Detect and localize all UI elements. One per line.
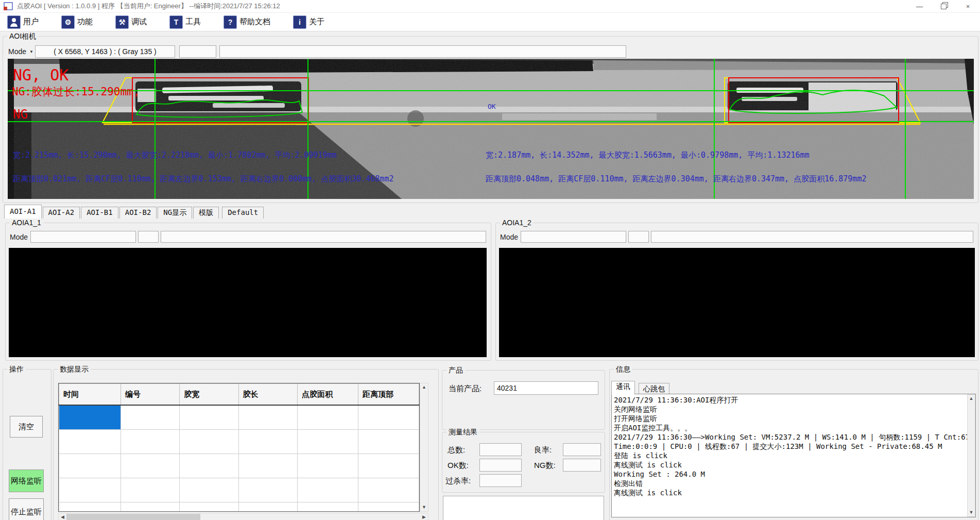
log-line: 打开网络监听 bbox=[614, 414, 965, 423]
title-bar: 点胶AOI [ Version : 1.0.0.9 ] 程序 【当前用户: En… bbox=[0, 0, 980, 13]
right-measure-line2: 距离顶部0.048mm, 距离CF层0.110mm, 距离左边界0.304mm,… bbox=[486, 174, 866, 184]
data-display-group-label: 数据显示 bbox=[58, 365, 91, 374]
clear-button[interactable]: 清空 bbox=[10, 416, 43, 438]
log-line: 离线测试 is click bbox=[614, 488, 965, 497]
table-row[interactable] bbox=[59, 454, 419, 478]
data-display-group: 数据显示 时间 编号 胶宽 胶长 点胶面积 距离顶部 bbox=[53, 369, 439, 520]
yield-field[interactable] bbox=[563, 443, 601, 456]
log-line: 关闭网络监听 bbox=[614, 405, 965, 414]
camera-group: AOI相机 Mode ▼ ( X 6568, Y 1463 ) : ( Gray… bbox=[3, 36, 978, 203]
ng-count-field[interactable] bbox=[563, 459, 601, 472]
total-label: 总数: bbox=[448, 445, 465, 455]
log-line: 离线测试 is click bbox=[614, 460, 965, 469]
menu-about[interactable]: i 关于 bbox=[293, 15, 324, 29]
camera-mode-dropdown[interactable]: Mode ▼ bbox=[8, 47, 33, 56]
scroll-down-icon[interactable]: ▼ bbox=[420, 504, 428, 511]
hscroll-thumb[interactable] bbox=[66, 514, 200, 520]
right-measure-line1: 宽:2.187mm, 长:14.352mm, 最大胶宽:1.5663mm, 最小… bbox=[486, 150, 810, 160]
aoia1-2-field-3[interactable] bbox=[651, 231, 973, 243]
col-glue-length[interactable]: 胶长 bbox=[238, 384, 297, 406]
main-toolbar: 用户 ⚙ 功能 ⚒ 调试 T 工具 ? 帮助文档 i 关于 bbox=[0, 13, 980, 31]
aoia1-2-group: AOIA1_2 Mode ▼ bbox=[495, 223, 978, 361]
current-product-field[interactable]: 40231 bbox=[494, 381, 598, 395]
operation-group-label: 操作 bbox=[7, 365, 26, 374]
scroll-down-icon[interactable]: ▼ bbox=[968, 509, 975, 516]
aoia1-2-field-2[interactable] bbox=[628, 231, 649, 243]
camera-pixel-readout[interactable]: ( X 6568, Y 1463 ) : ( Gray 135 ) bbox=[35, 45, 175, 58]
ok-label: OK bbox=[488, 103, 496, 110]
col-top-distance[interactable]: 距离顶部 bbox=[358, 384, 419, 406]
data-table[interactable]: 时间 编号 胶宽 胶长 点胶面积 距离顶部 bbox=[58, 383, 420, 512]
log-line: Time:0:0:9 | CPU:0 | 线程数:67 | 提交大小:123M … bbox=[614, 442, 965, 451]
close-button[interactable]: × bbox=[956, 0, 980, 12]
log-line: 登陆 is click bbox=[614, 451, 965, 460]
total-field[interactable] bbox=[479, 443, 522, 456]
close-icon: × bbox=[966, 3, 970, 10]
col-time[interactable]: 时间 bbox=[59, 384, 121, 406]
camera-param-field-2[interactable] bbox=[219, 45, 626, 58]
col-glue-area[interactable]: 点胶面积 bbox=[297, 384, 358, 406]
aoia1-1-field-2[interactable] bbox=[138, 231, 159, 243]
table-hscrollbar[interactable]: ◀ ▶ bbox=[58, 513, 428, 520]
tab-template[interactable]: 模版 bbox=[193, 207, 219, 219]
network-listen-button[interactable]: 网络监听 bbox=[9, 469, 44, 492]
scroll-left-icon[interactable]: ◀ bbox=[59, 513, 66, 520]
table-row[interactable] bbox=[59, 405, 419, 430]
menu-function[interactable]: ⚙ 功能 bbox=[61, 15, 93, 29]
col-glue-width[interactable]: 胶宽 bbox=[180, 384, 238, 406]
overkill-field[interactable] bbox=[479, 474, 522, 487]
log-scrollbar[interactable]: ▲ ▼ bbox=[967, 394, 975, 517]
camera-mode-label: Mode bbox=[8, 47, 26, 56]
table-row[interactable] bbox=[59, 478, 419, 502]
col-serial[interactable]: 编号 bbox=[121, 384, 179, 406]
camera-image[interactable]: NG, OK NG:胶体过长:15.290mm, NG OK 宽:2.215mm… bbox=[8, 59, 974, 199]
table-vscrollbar[interactable]: ▲ ▼ bbox=[420, 383, 428, 512]
log-line: 2021/7/29 11:36:30:AOI程序打开 bbox=[614, 395, 965, 405]
scroll-up-icon[interactable]: ▲ bbox=[968, 395, 975, 402]
tab-aoi-a1[interactable]: AOI-A1 bbox=[4, 205, 42, 219]
menu-user[interactable]: 用户 bbox=[7, 15, 39, 29]
product-group-label: 产品 bbox=[446, 366, 465, 375]
tab-default[interactable]: Default bbox=[222, 207, 264, 219]
tab-heartbeat[interactable]: 心跳包 bbox=[639, 383, 669, 395]
measure-group: 测量结果 总数: 良率: OK数: NG数: 过杀率: bbox=[442, 432, 605, 493]
user-icon bbox=[7, 15, 21, 29]
minimize-button[interactable]: — bbox=[907, 0, 932, 12]
scroll-up-icon[interactable]: ▲ bbox=[420, 383, 428, 391]
selected-cell[interactable] bbox=[59, 405, 121, 430]
tab-comm[interactable]: 通讯 bbox=[611, 381, 635, 395]
menu-about-label: 关于 bbox=[309, 17, 324, 27]
tab-ng-display[interactable]: NG显示 bbox=[158, 207, 192, 219]
camera-param-field-1[interactable] bbox=[179, 45, 216, 58]
aoia1-2-field-1[interactable] bbox=[521, 231, 626, 243]
aoia1-1-display[interactable] bbox=[9, 248, 487, 357]
aoia1-2-display[interactable] bbox=[499, 248, 975, 357]
about-icon: i bbox=[293, 15, 306, 29]
tab-aoi-b1[interactable]: AOI-B1 bbox=[81, 207, 118, 219]
ok-count-field[interactable] bbox=[479, 459, 522, 472]
result-note-box[interactable] bbox=[443, 496, 604, 520]
tab-aoi-a2[interactable]: AOI-A2 bbox=[43, 207, 80, 219]
aoia1-1-field-1[interactable] bbox=[30, 231, 136, 243]
table-row[interactable] bbox=[59, 502, 419, 512]
scroll-right-icon[interactable]: ▶ bbox=[420, 513, 428, 520]
tab-aoi-b2[interactable]: AOI-B2 bbox=[119, 207, 157, 219]
table-row[interactable] bbox=[59, 430, 419, 454]
menu-debug[interactable]: ⚒ 调试 bbox=[115, 15, 147, 29]
ok-count-label: OK数: bbox=[448, 461, 469, 471]
restore-button[interactable] bbox=[932, 0, 956, 12]
menu-tools[interactable]: T 工具 bbox=[169, 15, 201, 29]
aoia1-2-title: AOIA1_2 bbox=[500, 219, 534, 227]
app-icon bbox=[4, 2, 13, 10]
log-line: 检测出错 bbox=[614, 479, 965, 488]
gear-icon: ⚙ bbox=[61, 15, 75, 29]
view-tabstrip: AOI-A1 AOI-A2 AOI-B1 AOI-B2 NG显示 模版 Defa… bbox=[4, 205, 265, 219]
menu-help-label: 帮助文档 bbox=[239, 17, 270, 27]
comm-log[interactable]: 2021/7/29 11:36:30:AOI程序打开 关闭网络监听 打开网络监听… bbox=[611, 394, 976, 517]
minimize-icon: — bbox=[916, 3, 923, 10]
left-measure-line1: 宽:2.215mm, 长:15.290mm, 最大胶宽:2.2218mm, 最小… bbox=[13, 150, 337, 160]
app-window: 点胶AOI [ Version : 1.0.0.9 ] 程序 【当前用户: En… bbox=[0, 0, 980, 520]
menu-help[interactable]: ? 帮助文档 bbox=[223, 15, 270, 29]
stop-listen-button[interactable]: 停止监听 bbox=[9, 498, 44, 520]
aoia1-1-field-3[interactable] bbox=[161, 231, 486, 243]
